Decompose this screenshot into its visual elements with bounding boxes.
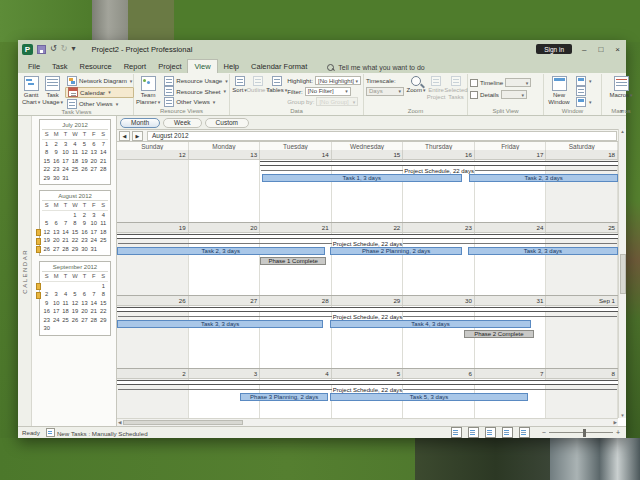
- group-by-control[interactable]: Group by: [No Group]▾: [287, 97, 361, 106]
- mini-calendar-day[interactable]: 8: [42, 148, 51, 157]
- date-cell[interactable]: 23: [403, 223, 475, 232]
- mini-calendar-day[interactable]: 5: [70, 290, 79, 299]
- zoom-out-icon[interactable]: −: [542, 429, 546, 437]
- mini-calendar-day[interactable]: 20: [89, 157, 98, 166]
- mini-calendar-day[interactable]: [89, 174, 98, 183]
- mini-calendar-day[interactable]: 21: [89, 307, 98, 316]
- ribbon-tab-task[interactable]: Task: [46, 60, 73, 74]
- mini-calendar-day[interactable]: [80, 282, 89, 291]
- hide-window-button[interactable]: ▾: [574, 97, 594, 106]
- view-shortcut-task-usage-icon[interactable]: [468, 427, 479, 438]
- milestone-bar[interactable]: Phase 1 Complete: [260, 257, 326, 265]
- mini-calendar-day[interactable]: 13: [89, 148, 98, 157]
- mini-calendar-2[interactable]: September 2012SMTWTFS1234567891011121314…: [39, 261, 111, 336]
- view-shortcut-resource-sheet-icon[interactable]: [502, 427, 513, 438]
- date-cell[interactable]: 26: [117, 296, 189, 305]
- day-cell[interactable]: [189, 160, 261, 222]
- mini-calendar-day[interactable]: 2: [80, 211, 89, 220]
- mini-calendar-day[interactable]: [99, 174, 108, 183]
- mini-calendar-day[interactable]: 1: [42, 140, 51, 149]
- mini-calendar-day[interactable]: [51, 324, 60, 333]
- mini-calendar-day[interactable]: 9: [42, 299, 51, 308]
- mini-calendar-day[interactable]: 22: [70, 236, 79, 245]
- date-cell[interactable]: Sep 1: [546, 296, 618, 305]
- selected-tasks-button[interactable]: Selected Tasks: [447, 75, 465, 100]
- save-icon[interactable]: [37, 45, 46, 54]
- resource-sheet-button[interactable]: Resource Sheet▾: [162, 87, 230, 96]
- mini-calendar-day[interactable]: 15: [99, 299, 108, 308]
- highlight-control[interactable]: Highlight: [No Highlight]▾: [287, 76, 361, 85]
- task-usage-button[interactable]: Task Usage▾: [42, 75, 63, 105]
- mini-calendar-day[interactable]: 29: [42, 174, 51, 183]
- task-bar[interactable]: Task 3, 3 days: [468, 247, 618, 255]
- customize-qat-icon[interactable]: ▾: [71, 44, 75, 54]
- mini-calendar-day[interactable]: 21: [99, 157, 108, 166]
- mini-calendar-day[interactable]: 4: [99, 211, 108, 220]
- mini-calendar-day[interactable]: 22: [42, 165, 51, 174]
- mini-calendar-day[interactable]: 27: [80, 316, 89, 325]
- mini-calendar-day[interactable]: 4: [61, 290, 70, 299]
- mini-calendar-day[interactable]: [70, 324, 79, 333]
- mini-calendar-day[interactable]: 20: [80, 307, 89, 316]
- mini-calendar-day[interactable]: 5: [80, 140, 89, 149]
- ribbon-tab-calendar-format[interactable]: Calendar Format: [245, 60, 313, 74]
- mini-calendar-day[interactable]: [51, 211, 60, 220]
- mini-calendar-day[interactable]: 30: [51, 174, 60, 183]
- vertical-scrollbar[interactable]: ▲ ▼: [618, 129, 626, 418]
- mini-calendar-day[interactable]: 6: [80, 290, 89, 299]
- mini-calendar-day[interactable]: 11: [70, 148, 79, 157]
- mini-calendar-1[interactable]: August 2012SMTWTFS1234567891011121314151…: [39, 190, 111, 256]
- mini-calendar-day[interactable]: 14: [61, 228, 70, 237]
- mini-calendar-day[interactable]: [80, 324, 89, 333]
- mini-calendar-day[interactable]: 12: [42, 228, 51, 237]
- mini-calendar-day[interactable]: 30: [42, 324, 51, 333]
- details-checkbox[interactable]: [470, 91, 478, 99]
- mini-calendar-day[interactable]: 14: [99, 148, 108, 157]
- mini-calendar-day[interactable]: 11: [99, 219, 108, 228]
- details-toggle[interactable]: Details ▾: [470, 90, 531, 99]
- mini-calendar-day[interactable]: [51, 282, 60, 291]
- mini-calendar-day[interactable]: 28: [99, 165, 108, 174]
- new-tasks-mode[interactable]: New Tasks : Manually Scheduled: [46, 428, 148, 437]
- task-bar[interactable]: Task 1, 3 days: [262, 174, 462, 182]
- mini-calendar-day[interactable]: 22: [99, 307, 108, 316]
- mini-calendar-day[interactable]: 23: [42, 316, 51, 325]
- mini-calendar-day[interactable]: 8: [70, 219, 79, 228]
- task-bar[interactable]: Task 2, 3 days: [117, 247, 325, 255]
- mini-calendar-day[interactable]: 24: [89, 236, 98, 245]
- mini-calendar-day[interactable]: 18: [61, 307, 70, 316]
- mini-calendar-day[interactable]: 4: [70, 140, 79, 149]
- minimize-button[interactable]: –: [582, 45, 586, 54]
- mini-calendar-day[interactable]: 9: [80, 219, 89, 228]
- mini-calendar-day[interactable]: 16: [51, 157, 60, 166]
- mini-calendar-day[interactable]: 1: [70, 211, 79, 220]
- view-shortcut-report-icon[interactable]: [519, 427, 530, 438]
- mini-calendar-day[interactable]: 7: [99, 140, 108, 149]
- team-planner-button[interactable]: Team Planner▾: [136, 75, 160, 105]
- mini-calendar-day[interactable]: 12: [70, 299, 79, 308]
- tables-button[interactable]: Tables▾: [268, 75, 285, 94]
- ribbon-tab-view[interactable]: View: [187, 59, 217, 74]
- view-shortcut-gantt-icon[interactable]: [451, 427, 462, 438]
- mini-calendar-day[interactable]: 31: [89, 245, 98, 254]
- date-cell[interactable]: 14: [260, 150, 332, 159]
- filter-dropdown[interactable]: [No Filter]▾: [305, 87, 351, 96]
- date-cell[interactable]: 18: [546, 150, 618, 159]
- mini-calendar-day[interactable]: 21: [61, 236, 70, 245]
- timeline-dropdown[interactable]: ▾: [505, 78, 531, 87]
- mini-calendar-day[interactable]: [61, 211, 70, 220]
- view-tab-custom[interactable]: Custom: [205, 118, 249, 128]
- scroll-right-icon[interactable]: ▶: [614, 420, 617, 425]
- macros-button[interactable]: Macros▾: [608, 75, 634, 99]
- arrange-all-button[interactable]: [574, 87, 594, 96]
- mini-calendar-day[interactable]: [61, 282, 70, 291]
- mini-calendar-day[interactable]: 8: [99, 290, 108, 299]
- mini-calendar-day[interactable]: [70, 282, 79, 291]
- date-cell[interactable]: 27: [189, 296, 261, 305]
- mini-calendar-day[interactable]: 19: [80, 157, 89, 166]
- mini-calendar-day[interactable]: 27: [51, 245, 60, 254]
- collapse-ribbon-icon[interactable]: ▾: [620, 107, 623, 114]
- other-views-button[interactable]: Other Views▾: [65, 99, 134, 108]
- mini-calendar-day[interactable]: 2: [51, 140, 60, 149]
- undo-icon[interactable]: ↺: [50, 44, 57, 54]
